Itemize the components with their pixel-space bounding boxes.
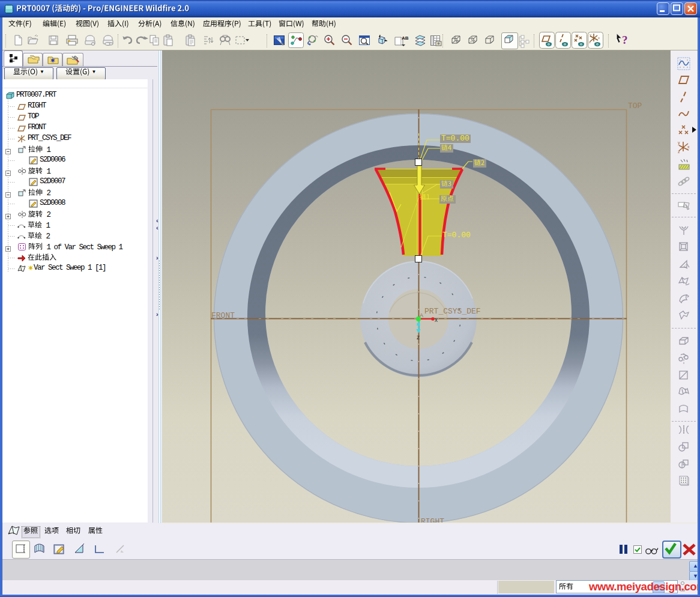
svg-text:x: x (687, 145, 690, 149)
svg-text:y: y (678, 141, 680, 145)
svg-text:?: ? (622, 34, 628, 46)
svg-text:x: x (598, 36, 600, 40)
svg-text:AB: AB (402, 35, 409, 41)
svg-text:z: z (678, 150, 680, 154)
svg-text:y: y (590, 33, 591, 37)
svg-text:z: z (589, 40, 591, 44)
